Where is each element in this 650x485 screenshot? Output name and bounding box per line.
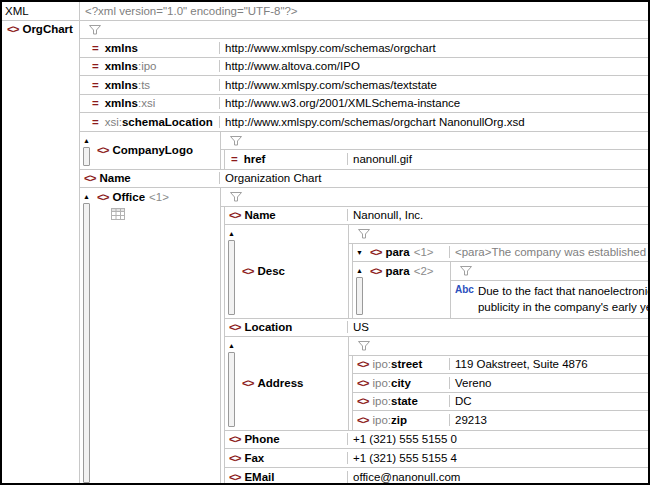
element-value[interactable]: DC bbox=[450, 395, 648, 407]
element-value[interactable]: Nanonull, Inc. bbox=[348, 209, 648, 221]
element-icon: <> bbox=[229, 209, 240, 221]
element-icon: <> bbox=[229, 321, 240, 333]
address-name-cell[interactable]: <>Address bbox=[238, 337, 348, 430]
xml-prolog-row: XML <?xml version="1.0" encoding="UTF-8"… bbox=[2, 2, 648, 21]
attribute-icon: = bbox=[92, 79, 99, 91]
element-sidebar[interactable] bbox=[83, 203, 90, 483]
attr-value[interactable]: http://www.w3.org/2001/XMLSchema-instanc… bbox=[220, 97, 648, 109]
para2-text-line1: Due to the fact that nanoelectronic bbox=[478, 283, 648, 299]
attr-name-cell[interactable]: =xmlns:ipo bbox=[80, 60, 220, 72]
office-name-cell[interactable]: <>Office<1> bbox=[93, 188, 220, 485]
attr-name-cell[interactable]: =xmlns bbox=[80, 42, 220, 54]
element-value[interactable]: office@nanonull.com bbox=[348, 471, 648, 483]
desc-filter-row bbox=[349, 225, 648, 244]
element-street-row: <>ipo:street 119 Oakstreet, Suite 4876 bbox=[353, 356, 648, 375]
attribute-icon: = bbox=[231, 153, 238, 165]
attr-name-cell[interactable]: =href bbox=[225, 153, 348, 165]
orgchart-name-cell[interactable]: <>OrgChart bbox=[2, 21, 80, 484]
filter-funnel-icon[interactable] bbox=[357, 228, 371, 239]
attribute-row: =href nanonull.gif bbox=[225, 150, 648, 169]
expand-icon[interactable]: ▼ bbox=[356, 248, 363, 258]
filter-funnel-icon[interactable] bbox=[88, 24, 102, 35]
collapse-icon[interactable]: ▲ bbox=[228, 229, 235, 239]
xmlspy-grid-view: XML <?xml version="1.0" encoding="UTF-8"… bbox=[0, 0, 650, 485]
element-value[interactable]: 119 Oakstreet, Suite 4876 bbox=[450, 358, 648, 370]
element-value[interactable]: Vereno bbox=[450, 377, 648, 389]
filter-funnel-icon[interactable] bbox=[229, 135, 243, 146]
name-cell[interactable]: <>Phone bbox=[225, 433, 348, 445]
element-icon: <> bbox=[229, 471, 240, 483]
collapse-icon[interactable]: ▲ bbox=[83, 136, 90, 146]
para1-name-cell[interactable]: <>para<1> bbox=[366, 246, 450, 258]
name-cell[interactable]: <>Location bbox=[225, 321, 348, 333]
name-cell[interactable]: <>ipo:city bbox=[353, 377, 450, 389]
attr-value[interactable]: http://www.altova.com/IPO bbox=[220, 60, 648, 72]
para1-raw-value[interactable]: <para>The company was established in bbox=[450, 246, 648, 258]
xml-prolog-label-cell[interactable]: XML bbox=[2, 2, 80, 20]
para2-filter-row bbox=[451, 262, 648, 281]
para2-text-row[interactable]: Abc Due to the fact that nanoelectronic … bbox=[451, 281, 648, 318]
name-cell[interactable]: <>ipo:state bbox=[353, 395, 450, 407]
element-icon: <> bbox=[84, 172, 95, 184]
text-content-icon: Abc bbox=[455, 284, 474, 295]
attr-value[interactable]: http://www.xmlspy.com/schemas/orgchart N… bbox=[220, 116, 648, 128]
occurrence-count: <1> bbox=[414, 246, 434, 258]
element-para2: ▲ <>para<2> bbox=[353, 262, 648, 318]
element-value[interactable]: Organization Chart bbox=[220, 172, 648, 184]
companylogo-collapse-control: ▲ bbox=[80, 132, 93, 169]
collapse-icon[interactable]: ▲ bbox=[356, 266, 363, 276]
attribute-row: =xmlns:ts http://www.xmlspy.com/schemas/… bbox=[80, 76, 648, 95]
para2-name-cell[interactable]: <>para<2> bbox=[366, 262, 450, 318]
element-name-row: <>Name Nanonull, Inc. bbox=[225, 207, 648, 226]
element-value[interactable]: +1 (321) 555 5155 0 bbox=[348, 433, 648, 445]
name-cell[interactable]: <>Name bbox=[225, 209, 348, 221]
name-cell[interactable]: <>ipo:street bbox=[353, 358, 450, 370]
element-name-row: <>Name Organization Chart bbox=[80, 170, 648, 189]
element-fax-row: <>Fax +1 (321) 555 5155 4 bbox=[225, 449, 648, 468]
desc-name-cell[interactable]: <>Desc bbox=[238, 225, 348, 318]
filter-funnel-icon[interactable] bbox=[459, 265, 473, 276]
para2-collapse-control: ▲ bbox=[353, 262, 366, 318]
element-desc: ▲ <>Desc bbox=[225, 225, 648, 319]
attr-name-cell[interactable]: =xmlns:xsi bbox=[80, 97, 220, 109]
element-sidebar[interactable] bbox=[228, 352, 235, 427]
attr-value[interactable]: http://www.xmlspy.com/schemas/textstate bbox=[220, 79, 648, 91]
table-view-icon[interactable] bbox=[111, 208, 125, 220]
element-icon: <> bbox=[370, 264, 381, 279]
element-zip-row: <>ipo:zip 29213 bbox=[353, 411, 648, 430]
element-icon: <> bbox=[357, 377, 368, 389]
element-sidebar[interactable] bbox=[356, 277, 363, 315]
collapse-icon[interactable]: ▲ bbox=[83, 192, 90, 202]
attribute-icon: = bbox=[92, 42, 99, 54]
address-collapse-control: ▲ bbox=[225, 337, 238, 430]
element-para1-row: ▼ <>para<1> <para>The company was establ… bbox=[353, 244, 648, 263]
filter-funnel-icon[interactable] bbox=[229, 191, 243, 202]
attribute-row: =xmlns http://www.xmlspy.com/schemas/org… bbox=[80, 39, 648, 58]
attr-value[interactable]: nanonull.gif bbox=[348, 153, 648, 165]
name-cell[interactable]: <>ipo:zip bbox=[353, 414, 450, 426]
element-icon: <> bbox=[97, 191, 108, 203]
attr-name-cell[interactable]: =xmlns:ts bbox=[80, 79, 220, 91]
element-value[interactable]: US bbox=[348, 321, 648, 333]
orgchart-name: OrgChart bbox=[22, 23, 72, 35]
attr-value[interactable]: http://www.xmlspy.com/schemas/orgchart bbox=[220, 42, 648, 54]
element-sidebar[interactable] bbox=[83, 147, 90, 166]
xml-declaration-value[interactable]: <?xml version="1.0" encoding="UTF-8"?> bbox=[80, 5, 648, 17]
xml-prolog-label: XML bbox=[5, 5, 29, 17]
name-cell[interactable]: <>Fax bbox=[225, 452, 348, 464]
filter-funnel-icon[interactable] bbox=[357, 340, 371, 351]
element-icon: <> bbox=[229, 433, 240, 445]
name-cell[interactable]: <>EMail bbox=[225, 471, 348, 483]
companylogo-name-cell[interactable]: <>CompanyLogo bbox=[93, 132, 220, 169]
collapse-icon[interactable]: ▲ bbox=[228, 341, 235, 351]
element-icon: <> bbox=[242, 265, 253, 277]
element-sidebar[interactable] bbox=[228, 240, 235, 315]
attr-name-cell[interactable]: =xsi:schemaLocation bbox=[80, 116, 220, 128]
element-value[interactable]: 29213 bbox=[450, 414, 648, 426]
element-office: ▲ <>Office<1> bbox=[80, 188, 648, 485]
attribute-icon: = bbox=[92, 97, 99, 109]
element-address: ▲ <>Address bbox=[225, 337, 648, 431]
element-icon: <> bbox=[242, 377, 253, 389]
name-cell[interactable]: <>Name bbox=[80, 172, 220, 184]
element-value[interactable]: +1 (321) 555 5155 4 bbox=[348, 452, 648, 464]
